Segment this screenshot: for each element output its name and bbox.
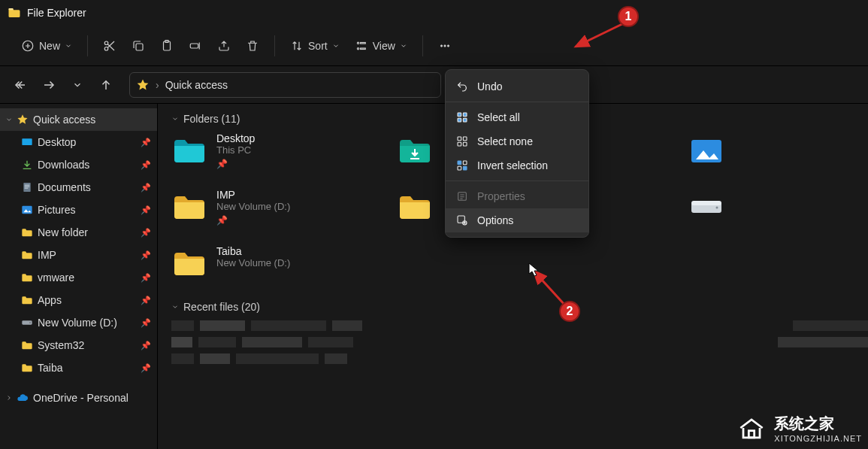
address-bar[interactable]: › Quick access bbox=[129, 72, 441, 98]
menu-item-select-none[interactable]: Select none bbox=[446, 129, 588, 153]
menu-item-undo[interactable]: Undo bbox=[446, 74, 588, 99]
svg-point-8 bbox=[357, 42, 358, 44]
sidebar-item-onedrive[interactable]: OneDrive - Personal bbox=[0, 387, 157, 409]
svg-rect-11 bbox=[360, 48, 365, 50]
menu-item-select-all[interactable]: Select all bbox=[446, 105, 588, 129]
scissors-icon bbox=[103, 39, 116, 53]
select-all-icon bbox=[456, 111, 468, 123]
view-button[interactable]: View bbox=[347, 35, 415, 57]
sidebar-item-label: Apps bbox=[38, 294, 138, 306]
pin-icon: 📌 bbox=[141, 318, 151, 328]
download-icon bbox=[21, 159, 33, 171]
sidebar-item-imp[interactable]: IMP📌 bbox=[0, 244, 157, 266]
menu-item-label: Select all bbox=[477, 111, 520, 123]
folder-item-downloads[interactable] bbox=[397, 132, 433, 169]
sidebar-item-new-folder[interactable]: New folder📌 bbox=[0, 221, 157, 244]
svg-rect-43 bbox=[458, 216, 464, 223]
sidebar-item-desktop[interactable]: Desktop📌 bbox=[0, 131, 157, 153]
forward-button[interactable] bbox=[39, 75, 59, 95]
star-icon bbox=[136, 78, 150, 92]
copy-button[interactable] bbox=[124, 35, 153, 57]
titlebar: File Explorer bbox=[0, 0, 868, 26]
svg-rect-30 bbox=[458, 113, 461, 117]
svg-rect-33 bbox=[463, 118, 467, 122]
recent-files-section-header[interactable]: Recent files (20) bbox=[171, 301, 868, 313]
invert-selection-icon bbox=[456, 159, 468, 171]
more-button[interactable] bbox=[431, 35, 459, 57]
svg-point-29 bbox=[716, 207, 718, 209]
menu-item-options[interactable]: Options bbox=[446, 208, 588, 232]
star-icon bbox=[17, 114, 29, 126]
svg-rect-21 bbox=[22, 320, 32, 324]
section-title: Folders (11) bbox=[183, 113, 240, 125]
folder-icon bbox=[21, 272, 33, 284]
menu-item-label: Invert selection bbox=[477, 159, 548, 171]
svg-rect-28 bbox=[691, 201, 721, 205]
chevron-right-icon bbox=[5, 394, 13, 402]
documents-icon bbox=[21, 181, 33, 193]
svg-rect-36 bbox=[458, 142, 461, 146]
sort-button[interactable]: Sort bbox=[283, 35, 347, 57]
sidebar-item-taiba[interactable]: Taiba📌 bbox=[0, 356, 157, 379]
view-layout-icon bbox=[355, 39, 368, 53]
up-button[interactable] bbox=[96, 75, 116, 95]
sidebar-item-label: OneDrive - Personal bbox=[33, 392, 151, 404]
cut-button[interactable] bbox=[95, 35, 124, 57]
folder-item-generic[interactable] bbox=[397, 189, 433, 226]
recent-locations-button[interactable] bbox=[68, 75, 87, 95]
svg-rect-7 bbox=[190, 44, 198, 48]
sidebar-item-downloads[interactable]: Downloads📌 bbox=[0, 153, 157, 176]
sidebar-item-pictures[interactable]: Pictures📌 bbox=[0, 199, 157, 221]
folder-icon bbox=[21, 226, 33, 238]
svg-rect-15 bbox=[22, 138, 32, 145]
sort-icon bbox=[290, 39, 304, 53]
pin-icon: 📌 bbox=[216, 215, 290, 226]
menu-separator bbox=[446, 181, 588, 181]
properties-icon bbox=[456, 190, 468, 202]
sidebar-item-documents[interactable]: Documents📌 bbox=[0, 176, 157, 199]
sidebar-item-system32[interactable]: System32📌 bbox=[0, 334, 157, 356]
svg-rect-32 bbox=[458, 118, 461, 122]
svg-rect-35 bbox=[463, 137, 467, 141]
delete-button[interactable] bbox=[238, 35, 267, 57]
menu-item-label: Properties bbox=[477, 190, 525, 202]
folder-icon bbox=[21, 249, 33, 261]
rename-button[interactable] bbox=[181, 35, 210, 57]
folder-item-taiba[interactable]: TaibaNew Volume (D:) bbox=[171, 245, 367, 281]
breadcrumb-location[interactable]: Quick access bbox=[165, 79, 228, 91]
folder-icon bbox=[21, 362, 33, 374]
menu-item-invert-selection[interactable]: Invert selection bbox=[446, 153, 588, 177]
ellipsis-icon bbox=[438, 39, 452, 53]
new-button[interactable]: New bbox=[14, 35, 80, 57]
sidebar-item-volume-d[interactable]: New Volume (D:)📌 bbox=[0, 311, 157, 334]
folder-item-pictures[interactable] bbox=[688, 132, 724, 169]
svg-rect-37 bbox=[463, 142, 467, 146]
paste-button[interactable] bbox=[153, 35, 181, 57]
folder-item-imp[interactable]: IMPNew Volume (D:)📌 bbox=[171, 189, 367, 226]
svg-point-13 bbox=[444, 44, 446, 46]
folder-item-desktop[interactable]: DesktopThis PC📌 bbox=[171, 132, 367, 169]
plus-circle-icon bbox=[21, 39, 35, 53]
svg-rect-18 bbox=[25, 187, 30, 187]
share-button[interactable] bbox=[210, 35, 238, 57]
chevron-down-icon bbox=[171, 115, 179, 123]
svg-rect-16 bbox=[23, 183, 30, 192]
sidebar-item-label: Desktop bbox=[38, 136, 138, 148]
share-icon bbox=[217, 39, 231, 53]
sidebar-item-vmware[interactable]: vmware📌 bbox=[0, 266, 157, 289]
sidebar-item-quick-access[interactable]: Quick access bbox=[0, 108, 157, 131]
pin-icon: 📌 bbox=[141, 205, 151, 215]
pin-icon: 📌 bbox=[141, 250, 151, 260]
folder-name: Taiba bbox=[216, 245, 290, 257]
folder-location: New Volume (D:) bbox=[216, 201, 290, 212]
folder-icon bbox=[171, 245, 207, 281]
sidebar-item-label: vmware bbox=[38, 272, 138, 284]
folder-item-drive[interactable] bbox=[688, 189, 724, 226]
sidebar-item-apps[interactable]: Apps📌 bbox=[0, 289, 157, 311]
clipboard-icon bbox=[160, 39, 174, 53]
svg-point-22 bbox=[29, 322, 30, 323]
desktop-icon bbox=[21, 136, 33, 148]
back-button[interactable] bbox=[11, 75, 30, 95]
pin-icon: 📌 bbox=[141, 341, 151, 350]
sidebar-item-label: Taiba bbox=[38, 362, 138, 374]
